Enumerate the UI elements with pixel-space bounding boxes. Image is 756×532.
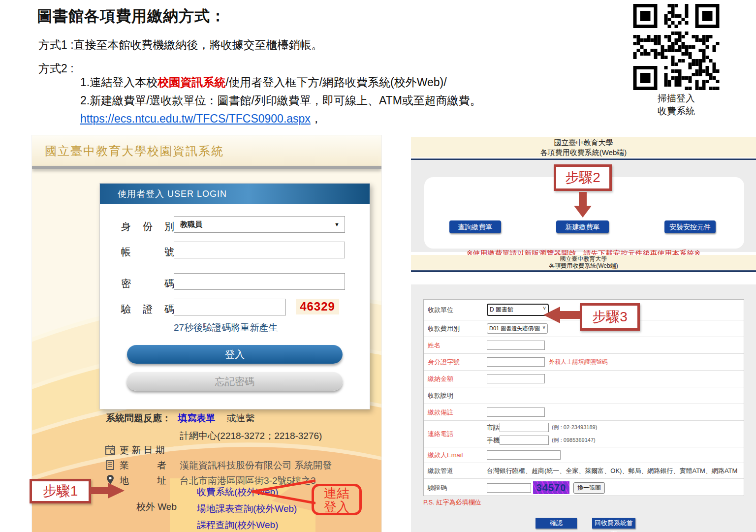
feedback-label: 系統問題反應： — [106, 413, 171, 423]
mobile-phone-input[interactable] — [500, 436, 549, 445]
method1-text: 方式1 :直接至本館收費機繳納後，將收據交至櫃檯銷帳。 — [38, 37, 323, 53]
password-label: 密 碼 — [121, 277, 175, 290]
email-input[interactable] — [487, 450, 561, 460]
name-input[interactable] — [487, 341, 545, 350]
email-label: 繳款人Email — [428, 451, 487, 460]
login-panel: 使用者登入 USER LOGIN 身 份 別 教職員 ▼ 帳 號 密 碼 驗 證… — [99, 183, 370, 409]
portal-header: 國立臺中教育大學校園資訊系統 — [32, 135, 381, 166]
required-fields-note: P.S. 紅字為必填欄位 — [423, 498, 481, 507]
link-login-callout: 連結 登入 — [312, 484, 362, 515]
fees-home-header-line2: 各項費用收費系統(Web端) — [411, 148, 756, 157]
link-login-line1: 連結 — [314, 486, 359, 500]
form-captcha-image: 34570 — [533, 481, 569, 494]
page-title: 圖書館各項費用繳納方式： — [37, 6, 226, 27]
fees-form-screenshot: 國立臺中教育大學 各項費用收費系統(Web端) 收款單位 D 圖書館 ˅ 收款費… — [411, 255, 756, 532]
url-suffix: ， — [311, 112, 322, 125]
qr-block: 掃描登入 收費系統 — [631, 4, 721, 118]
form-captcha-input[interactable] — [487, 483, 531, 493]
qr-code — [631, 4, 721, 90]
login-button[interactable]: 登入 — [127, 345, 343, 364]
feetype-select[interactable]: D01 圖書遺失賠償/圖 ˅ — [487, 323, 548, 334]
qr-caption-line1: 掃描登入 — [631, 92, 721, 105]
captcha-input[interactable] — [174, 299, 286, 315]
back-to-home-button[interactable]: 回收費系統首頁 — [592, 518, 635, 529]
channel-value: 台灣銀行臨櫃、超商(統一、全家、萊爾富、OK)、郵局、網路銀行、實體ATM、網路… — [487, 467, 737, 475]
phone-label: 連絡電話 — [428, 430, 487, 438]
address-label: 地 址 — [120, 474, 166, 487]
unit-select[interactable]: D 圖書館 ˅ — [487, 304, 549, 316]
method2-step1-pre: 1.連結登入本校 — [80, 76, 158, 89]
city-phone-input[interactable] — [500, 423, 549, 432]
feetype-label: 收款費用別 — [428, 324, 487, 333]
step3-arrow-icon — [543, 306, 580, 324]
unit-selected-value: D 圖書館 — [490, 306, 513, 313]
fees-home-header: 國立臺中教育大學 各項費用收費系統(Web端) — [411, 137, 756, 157]
row-note: 繳款備註 — [424, 404, 744, 421]
identity-selected-value: 教職員 — [180, 220, 202, 228]
url-line: https://ecs.ntcu.edu.tw/TFCS/TFCS0900.as… — [80, 111, 322, 126]
link-course-query[interactable]: 課程查詢(校外Web) — [197, 519, 278, 532]
name-label: 姓名 — [428, 341, 487, 350]
step2-arrow-icon — [574, 192, 592, 218]
update-date-label: 更 新 日 期 — [120, 444, 165, 457]
create-bill-button[interactable]: 新建繳費單 — [556, 220, 609, 233]
row-amount: 繳納金額 — [424, 371, 744, 387]
fees-form-header: 國立臺中教育大學 各項費用收費系統(Web端) — [411, 255, 756, 270]
external-web-label: 校外 Web — [136, 501, 177, 513]
note-label: 繳款備註 — [428, 408, 487, 417]
city-phone-hint: (例 : 02-23493189) — [552, 424, 597, 431]
step1-annotation: 步驟1 — [30, 479, 91, 503]
or-contact-text: 或連繫 — [227, 413, 255, 423]
identity-select[interactable]: 教職員 ▼ — [174, 216, 345, 233]
query-bill-button[interactable]: 查詢繳費單 — [449, 220, 501, 233]
row-channel: 繳款管道 台灣銀行臨櫃、超商(統一、全家、萊爾富、OK)、郵局、網路銀行、實體A… — [424, 463, 744, 479]
install-plugin-button[interactable]: 安裝安控元件 — [664, 220, 716, 233]
qr-caption-line2: 收費系統 — [631, 105, 721, 118]
captcha-refresh-button[interactable]: 換一張圖 — [573, 482, 605, 494]
account-input[interactable] — [174, 242, 345, 258]
portal-header-divider — [32, 166, 381, 169]
amount-input[interactable] — [487, 374, 545, 383]
form-captcha-label: 驗證碼 — [428, 483, 487, 492]
forgot-password-button[interactable]: 忘記密碼 — [127, 372, 343, 391]
mobile-phone-hint: (例 : 0985369147) — [552, 437, 596, 444]
vendor-label: 業 者 — [120, 459, 166, 472]
note-input[interactable] — [487, 407, 545, 417]
row-captcha: 驗證碼 34570 換一張圖 — [424, 479, 744, 497]
feedback-row: 系統問題反應： 填寫表單 或連繫 — [106, 412, 255, 425]
method2-step2: 2.新建繳費單/選收款單位：圖書館/列印繳費單，即可線上、ATM或至超商繳費。 — [80, 93, 481, 108]
channel-label: 繳款管道 — [428, 467, 487, 475]
method2-label: 方式2 : — [38, 61, 74, 76]
confirm-button[interactable]: 確認 — [536, 518, 577, 529]
description-label: 收款說明 — [428, 391, 487, 400]
row-description: 收款說明 — [424, 387, 744, 404]
mobile-phone-label: 手機 — [487, 436, 500, 445]
identity-label: 身 份 別 — [121, 220, 175, 233]
building-icon — [105, 460, 116, 472]
row-id: 身分證字號 外籍人士請填護照號碼 — [424, 354, 744, 371]
row-name: 姓名 — [424, 337, 744, 354]
network-center-line: 計網中心(2218-3272；2218-3276) — [180, 430, 322, 442]
step3-annotation: 步驟3 — [580, 303, 640, 331]
amount-label: 繳納金額 — [428, 375, 487, 383]
fees-form-header-line1: 國立臺中教育大學 — [411, 255, 756, 262]
phone-fields: 市話 (例 : 02-23493189) 手機 (例 : 0985369147) — [487, 421, 597, 447]
calendar-icon — [105, 444, 116, 457]
id-number-input[interactable] — [487, 357, 545, 367]
fees-home-header-line1: 國立臺中教育大學 — [411, 138, 756, 148]
id-number-label: 身分證字號 — [428, 358, 487, 367]
fees-form-navy-bar — [411, 270, 756, 272]
payment-url-link[interactable]: https://ecs.ntcu.edu.tw/TFCS/TFCS0900.as… — [80, 112, 311, 125]
caret-down-icon: ▼ — [334, 217, 340, 232]
step2-annotation: 步驟2 — [554, 164, 612, 191]
unit-label: 收款單位 — [428, 306, 487, 314]
method2-step1-post: /使用者登入框下方/網路收費系統(校外Web)/ — [225, 76, 446, 89]
password-input[interactable] — [174, 273, 345, 290]
method2-step1: 1.連結登入本校校園資訊系統/使用者登入框下方/網路收費系統(校外Web)/ — [80, 75, 447, 90]
city-phone-label: 市話 — [487, 423, 500, 432]
feetype-selected-value: D01 圖書遺失賠償/圖 — [489, 325, 540, 331]
feedback-form-link[interactable]: 填寫表單 — [178, 413, 215, 423]
method2-step1-highlight: 校園資訊系統 — [158, 76, 225, 89]
login-panel-title: 使用者登入 USER LOGIN — [100, 184, 370, 204]
row-email: 繳款人Email — [424, 447, 744, 463]
